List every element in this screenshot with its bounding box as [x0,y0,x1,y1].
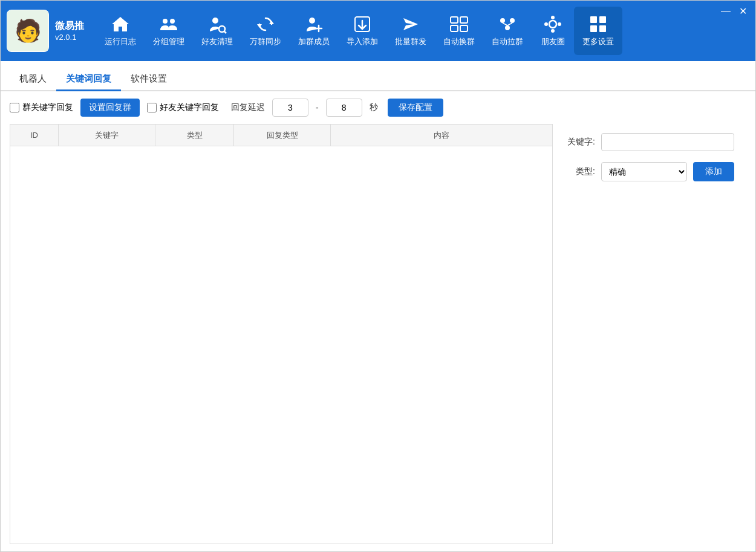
nav-import-add[interactable]: 导入添加 [338,7,386,55]
nav-sync-groups-label: 万群同步 [250,36,281,47]
main-window: — ✕ 🧑 微易推 v2.0.1 运行日志 [0,0,756,552]
table-area: ID 关键字 类型 回复类型 内容 [10,124,553,544]
home-icon [111,15,130,34]
th-reply-type: 回复类型 [234,125,331,146]
svg-marker-12 [403,18,418,30]
nav-run-log[interactable]: 运行日志 [96,7,145,55]
switch-icon [449,15,469,34]
nav-batch-send[interactable]: 批量群发 [386,7,435,55]
svg-line-4 [224,31,226,33]
pull-icon [498,15,517,34]
app-title: 微易推 [55,20,84,33]
import-icon [353,15,372,34]
titlebar: — ✕ 🧑 微易推 v2.0.1 运行日志 [1,1,755,61]
set-reply-group-button[interactable]: 设置回复群 [80,99,140,117]
nav-auto-switch[interactable]: 自动换群 [435,7,483,55]
nav-bar: 运行日志 分组管理 好友清理 [96,7,749,55]
type-label: 类型: [565,166,595,177]
delay-to-input[interactable] [326,99,362,117]
th-type: 类型 [155,125,234,146]
nav-moments[interactable]: 朋友圈 [532,7,574,55]
keyword-form-row: 关键字: [565,133,734,151]
nav-more-settings-label: 更多设置 [582,36,614,47]
nav-auto-pull-label: 自动拉群 [492,36,523,47]
avatar-icon: 🧑 [15,18,42,44]
svg-rect-30 [599,25,606,32]
send-icon [401,15,420,34]
minimize-button[interactable]: — [720,5,731,16]
svg-point-23 [551,16,555,19]
friend-keyword-checkbox[interactable] [147,103,157,112]
nav-group-members-label: 加群成员 [298,36,330,47]
table-body [10,146,552,544]
person-search-icon [207,15,227,34]
nav-group-manage-label: 分组管理 [153,36,184,47]
tab-software-settings[interactable]: 软件设置 [121,68,177,91]
app-avatar: 🧑 [7,10,48,51]
friend-keyword-checkbox-label[interactable]: 好友关键字回复 [147,102,219,113]
svg-point-22 [549,21,556,28]
content-area: 群关键字回复 设置回复群 好友关键字回复 回复延迟 - 秒 保存配置 ID 关键… [1,91,755,551]
svg-rect-14 [460,17,468,23]
nav-auto-switch-label: 自动换群 [443,36,475,47]
tab-robot[interactable]: 机器人 [10,68,56,91]
nav-sync-groups[interactable]: 万群同步 [241,7,290,55]
svg-point-17 [500,18,505,23]
keyword-input[interactable] [601,133,734,151]
th-id: ID [10,125,59,146]
moments-icon [543,15,562,34]
app-logo: 🧑 [7,10,49,52]
svg-point-1 [170,19,175,24]
th-keyword: 关键字 [59,125,155,146]
svg-rect-13 [451,17,458,23]
nav-batch-send-label: 批量群发 [395,36,426,47]
svg-point-3 [219,26,225,32]
svg-point-2 [212,18,218,24]
svg-rect-29 [590,25,597,32]
svg-line-20 [503,23,507,25]
app-title-block: 微易推 v2.0.1 [55,20,84,42]
svg-rect-15 [451,25,458,31]
nav-friend-clean[interactable]: 好友清理 [193,7,241,55]
toolbar-row: 群关键字回复 设置回复群 好友关键字回复 回复延迟 - 秒 保存配置 [10,99,746,117]
group-keyword-checkbox-label[interactable]: 群关键字回复 [10,102,73,113]
nav-friend-clean-label: 好友清理 [201,36,233,47]
nav-more-settings[interactable]: 更多设置 [574,7,622,55]
close-button[interactable]: ✕ [737,5,748,16]
nav-import-add-label: 导入添加 [347,36,378,47]
group-keyword-label: 群关键字回复 [22,102,73,113]
svg-point-7 [309,18,315,24]
nav-moments-label: 朋友圈 [541,36,565,47]
reply-delay-label: 回复延迟 [231,102,265,113]
nav-group-members[interactable]: 加群成员 [290,7,338,55]
nav-auto-pull[interactable]: 自动拉群 [483,7,532,55]
nav-group-manage[interactable]: 分组管理 [145,7,193,55]
right-panel: 关键字: 类型: 精确 模糊 正则 添加 [553,124,746,544]
tab-bar: 机器人 关键词回复 软件设置 [1,61,755,91]
svg-rect-28 [599,16,606,23]
nav-run-log-label: 运行日志 [105,36,136,47]
save-config-button[interactable]: 保存配置 [388,99,443,117]
add-button[interactable]: 添加 [693,162,734,181]
svg-rect-27 [590,16,597,23]
svg-point-19 [505,25,510,30]
svg-point-0 [163,19,168,24]
delay-dash: - [316,103,319,112]
svg-rect-16 [460,25,468,31]
svg-point-26 [558,22,561,26]
sec-label: 秒 [370,102,378,113]
person-add-icon [304,15,324,34]
keyword-label: 关键字: [565,137,595,148]
group-keyword-checkbox[interactable] [10,103,19,112]
svg-point-25 [544,22,548,26]
svg-point-18 [510,18,515,23]
delay-from-input[interactable] [272,99,308,117]
grid-icon [588,15,608,34]
svg-line-21 [507,23,512,25]
window-controls: — ✕ [720,5,748,16]
th-content: 内容 [331,125,552,146]
svg-point-24 [551,29,555,33]
friend-keyword-label: 好友关键字回复 [160,102,219,113]
type-select[interactable]: 精确 模糊 正则 [601,162,687,181]
tab-keyword-reply[interactable]: 关键词回复 [56,68,121,91]
